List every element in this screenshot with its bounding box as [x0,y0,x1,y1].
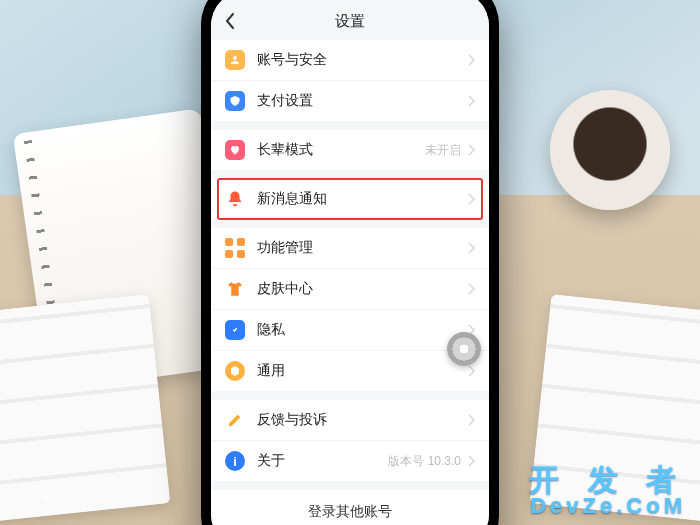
chevron-left-icon [224,12,236,30]
settings-section: 功能管理 皮肤中心 隐私 通用 [211,228,489,391]
settings-section: 新消息通知 [211,179,489,219]
info-icon: i [225,451,245,471]
row-skin-center[interactable]: 皮肤中心 [211,269,489,310]
coffee-mug-prop [550,90,670,210]
row-label: 新消息通知 [257,190,467,208]
nav-bar: 设置 [211,2,489,40]
assistive-touch-button[interactable] [447,332,481,366]
heart-icon [225,140,245,160]
row-meta: 未开启 [425,142,461,159]
row-about[interactable]: i 关于 版本号 10.3.0 [211,441,489,481]
person-icon [225,50,245,70]
payment-icon [225,91,245,111]
login-other-account-button[interactable]: 登录其他账号 [211,490,489,525]
row-label: 长辈模式 [257,141,425,159]
row-elder-mode[interactable]: 长辈模式 未开启 [211,130,489,170]
row-feature-management[interactable]: 功能管理 [211,228,489,269]
row-label: 通用 [257,362,467,380]
watermark-right-en: DevZe.CoM [529,495,686,517]
settings-section: 反馈与投诉 i 关于 版本号 10.3.0 [211,400,489,481]
hexagon-icon [225,361,245,381]
section-separator [211,391,489,400]
chevron-right-icon [467,242,475,254]
row-label: 支付设置 [257,92,467,110]
chevron-right-icon [467,283,475,295]
section-separator [211,481,489,490]
row-label: 皮肤中心 [257,280,467,298]
row-account-security[interactable]: 账号与安全 [211,40,489,81]
section-separator [211,121,489,130]
row-payment-settings[interactable]: 支付设置 [211,81,489,121]
row-label: 隐私 [257,321,467,339]
row-feedback[interactable]: 反馈与投诉 [211,400,489,441]
row-label: 关于 [257,452,388,470]
chevron-right-icon [467,455,475,467]
watermark-left: ◯ ● 生活 [18,488,88,507]
row-meta: 版本号 10.3.0 [388,453,461,470]
phone-frame: 设置 账号与安全 支付设置 长辈模式 未开启 [201,0,499,525]
tshirt-icon [225,279,245,299]
watermark-right: 开 发 者 DevZe.CoM [529,465,686,517]
chevron-right-icon [467,365,475,377]
row-general[interactable]: 通用 [211,351,489,391]
chevron-right-icon [467,144,475,156]
phone-screen: 设置 账号与安全 支付设置 长辈模式 未开启 [211,0,489,525]
watermark-right-cn: 开 发 者 [529,463,686,496]
row-label: 账号与安全 [257,51,467,69]
shield-check-icon [225,320,245,340]
chevron-right-icon [467,95,475,107]
page-title: 设置 [335,12,365,31]
chevron-right-icon [467,54,475,66]
chevron-right-icon [467,193,475,205]
row-new-message-notify[interactable]: 新消息通知 [211,179,489,219]
section-separator [211,219,489,228]
settings-section: 长辈模式 未开启 [211,130,489,170]
row-label: 反馈与投诉 [257,411,467,429]
section-separator [211,170,489,179]
grid-icon [225,238,245,258]
settings-section: 账号与安全 支付设置 [211,40,489,121]
bell-icon [225,189,245,209]
row-label: 功能管理 [257,239,467,257]
back-button[interactable] [219,10,241,32]
pencil-icon [225,410,245,430]
chevron-right-icon [467,414,475,426]
